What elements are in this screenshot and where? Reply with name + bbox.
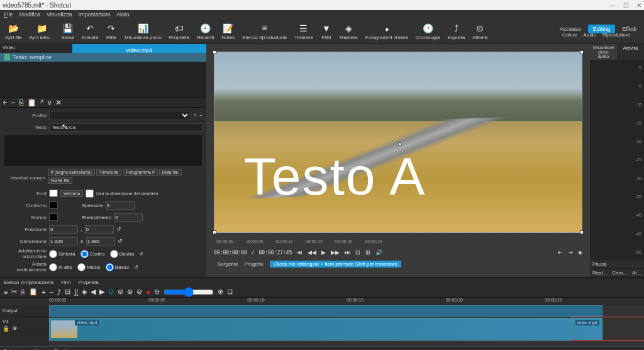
font-picker-button[interactable]: Verdana <box>60 190 83 197</box>
tl-record-button[interactable]: ● <box>146 288 150 296</box>
lock-icon[interactable]: 🔒 <box>3 325 9 332</box>
out-point-button[interactable]: ⇥ <box>568 249 573 256</box>
valign-bottom-radio[interactable] <box>106 263 114 271</box>
play-button[interactable]: ▶ <box>321 249 326 256</box>
tab-real[interactable]: Real... <box>590 269 609 277</box>
menu-visualizza[interactable]: Visualizza <box>47 11 72 18</box>
filters-button[interactable]: ▼Filtri <box>318 21 335 42</box>
thickness-input[interactable] <box>106 201 135 210</box>
tab-audio-meter[interactable]: Misuratore picco audio <box>590 44 617 60</box>
eye-icon[interactable]: 👁 <box>12 325 18 332</box>
tl-zoom-fit-button[interactable]: ⊡ <box>227 288 233 296</box>
clip-out-of-range[interactable] <box>571 317 644 341</box>
bg-color-swatch[interactable] <box>49 213 58 221</box>
tab-at[interactable]: At... <box>630 269 643 277</box>
properties-button[interactable]: 🏷Proprietà <box>167 21 192 42</box>
move-down-button[interactable]: v <box>48 98 52 107</box>
tl-marker-button[interactable]: ◈ <box>82 288 87 296</box>
tracks-area[interactable]: video.mp4 video.mp4 <box>49 305 644 346</box>
menu-file[interactable]: File <box>4 11 13 18</box>
grid-button[interactable]: ⊞ <box>365 249 370 256</box>
handle-bl[interactable] <box>213 230 216 234</box>
close-icon[interactable]: ✕ <box>636 2 641 9</box>
jobs-button[interactable]: ⊙Attività <box>470 21 490 42</box>
tab-jobs[interactable]: Attività <box>617 44 644 60</box>
reset-pos-icon[interactable]: ↺ <box>116 226 121 232</box>
timeline-ruler[interactable]: 00:00:0000:00:0500:00:1000:00:1500:00:20… <box>0 298 644 305</box>
save-button[interactable]: 💾Salva <box>58 21 76 42</box>
open-file-button[interactable]: 📂Apri file <box>3 21 25 42</box>
tl-zoom-out-button[interactable]: ⊖ <box>154 288 160 296</box>
tab-cron[interactable]: Cron... <box>609 269 630 277</box>
pos-y-input[interactable] <box>85 225 114 234</box>
size-h-input[interactable] <box>86 237 115 246</box>
outline-color-swatch[interactable] <box>49 201 58 209</box>
pos-x-input[interactable] <box>49 225 78 234</box>
insert-frame-button[interactable]: Fotogramma # <box>123 169 158 176</box>
font-color-swatch[interactable] <box>49 189 58 197</box>
prev-button[interactable]: ◀◀ <box>308 249 316 256</box>
next-button[interactable]: ▶▶ <box>331 249 340 256</box>
pause-button[interactable]: Pausa <box>590 260 644 268</box>
history-button[interactable]: 🕐Cronologia <box>413 21 443 42</box>
remove-filter-button[interactable]: − <box>11 98 15 107</box>
add-filter-button[interactable]: + <box>3 98 7 107</box>
tab-project[interactable]: Progetto <box>244 261 263 267</box>
valign-top-radio[interactable] <box>49 263 57 271</box>
sub-color[interactable]: Colore <box>562 32 577 38</box>
paste-filter-button[interactable]: 📋 <box>27 98 36 107</box>
recent-button[interactable]: 🕘Recenti <box>194 21 216 42</box>
halign-right-radio[interactable] <box>110 250 118 258</box>
video-clip[interactable]: video.mp4 video.mp4 <box>49 318 602 341</box>
sub-player[interactable]: Riproduttore <box>602 32 630 38</box>
tl-append-button[interactable]: + <box>42 288 45 296</box>
volume-button[interactable]: 🔊 <box>375 249 382 256</box>
mark-button[interactable]: ◈ <box>578 249 582 256</box>
tl-scrub-button[interactable]: ⊚ <box>118 288 123 296</box>
overlay-text[interactable]: Testo A <box>244 146 426 207</box>
menu-aiuto[interactable]: Aiuto <box>116 11 130 18</box>
open-other-button[interactable]: 📁Apri altro... <box>27 21 57 42</box>
skip-end-button[interactable]: ⏭ <box>345 249 350 256</box>
video-preview[interactable]: Testo A <box>214 52 582 233</box>
v1-track-header[interactable]: V1 🔒👁 <box>0 317 49 334</box>
markers-button[interactable]: ◈Markers <box>337 21 360 42</box>
text-input[interactable] <box>49 123 203 132</box>
reset-halign-icon[interactable]: ↺ <box>139 251 143 257</box>
menu-modifica[interactable]: Modifica <box>19 11 41 18</box>
use-font-size-checkbox[interactable] <box>86 189 94 198</box>
size-w-input[interactable] <box>49 237 78 246</box>
redo-button[interactable]: ↷Rifai <box>103 21 119 42</box>
tl-paste-button[interactable]: 📋 <box>29 288 38 296</box>
tl-cut-button[interactable]: ✂ <box>11 288 17 296</box>
in-point-button[interactable]: ⇤ <box>558 249 563 256</box>
add-preset-button[interactable]: + <box>193 112 196 118</box>
text-area[interactable] <box>4 134 203 167</box>
tl-lift-button[interactable]: ⤴ <box>57 288 61 296</box>
padding-input[interactable] <box>114 213 143 222</box>
output-clip[interactable] <box>49 305 602 317</box>
handle-tl[interactable] <box>213 50 216 54</box>
tl-next-marker-button[interactable]: ▶ <box>99 288 104 296</box>
copy-filter-button[interactable]: ⎘ <box>19 98 23 107</box>
playlist-button[interactable]: ≡Elenco riproduzione <box>240 21 289 42</box>
tl-copy-button[interactable]: ⎘ <box>21 288 25 296</box>
tl-snap-button[interactable]: ⊙ <box>108 288 114 296</box>
maximize-icon[interactable]: ☐ <box>623 2 629 9</box>
tl-overwrite-button[interactable]: ⊟ <box>65 288 70 296</box>
minimize-icon[interactable]: — <box>609 2 616 9</box>
tl-prev-marker-button[interactable]: ◀ <box>91 288 96 296</box>
insert-hash-button[interactable]: # (segno cancelletto) <box>48 169 95 176</box>
handle-tr[interactable] <box>580 50 584 54</box>
tl-ripple-button[interactable]: ⊛ <box>127 288 133 296</box>
skip-start-button[interactable]: ⏮ <box>297 249 303 256</box>
output-track-header[interactable]: Output <box>0 305 49 317</box>
tl-remove-button[interactable]: − <box>50 288 53 296</box>
track-selector[interactable]: Video <box>0 44 72 53</box>
tab-playlist[interactable]: Elenco di riproduzione <box>4 279 53 285</box>
remove-preset-button[interactable]: − <box>199 112 203 118</box>
insert-filedate-button[interactable]: Data file <box>159 169 182 176</box>
tl-zoom-slider[interactable] <box>164 287 214 297</box>
tl-zoom-in-button[interactable]: ⊕ <box>218 288 223 296</box>
timeline-button[interactable]: ☰Timeline <box>292 21 316 42</box>
